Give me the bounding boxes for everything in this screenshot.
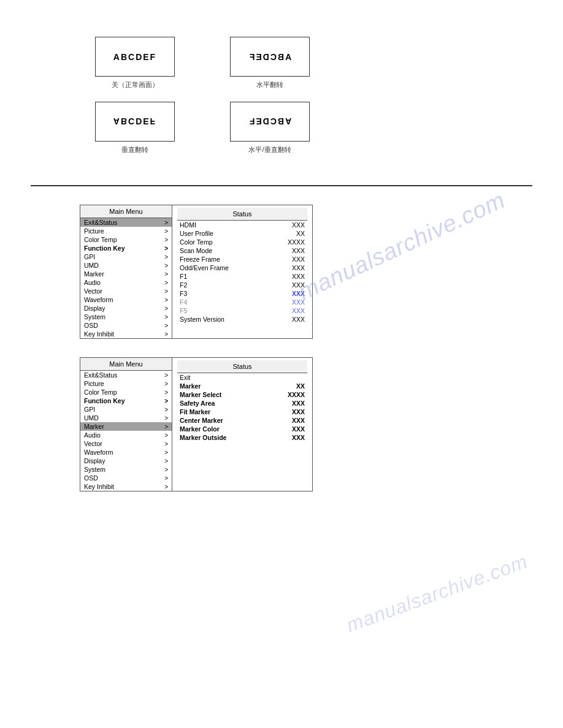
menu-item-audio-1[interactable]: Audio > bbox=[80, 278, 172, 287]
status-row-f4: F4 XXX bbox=[177, 298, 307, 306]
menu-item-label: System bbox=[84, 466, 105, 473]
status-panel-2: Status Exit Marker XX Marker Select XXXX… bbox=[172, 358, 312, 491]
arrow-icon: > bbox=[164, 314, 168, 320]
arrow-icon: > bbox=[164, 475, 168, 482]
menu-item-vector-2[interactable]: Vector > bbox=[80, 439, 172, 448]
status-header-2: Status bbox=[177, 360, 307, 373]
flip-box-mirror-hv: ABCDEF bbox=[230, 102, 310, 142]
arrow-icon: > bbox=[164, 237, 168, 243]
menu-item-label: Marker bbox=[84, 270, 104, 278]
menu-item-exit-status-1[interactable]: Exit&Status > bbox=[80, 218, 172, 227]
status-row-centermarker: Center Marker XXX bbox=[177, 416, 307, 425]
arrow-icon: > bbox=[164, 271, 168, 278]
main-menu-2: Main Menu Exit&Status > Picture > Color … bbox=[80, 358, 172, 491]
arrow-icon: > bbox=[164, 219, 168, 226]
arrow-icon: > bbox=[164, 262, 168, 269]
menu-item-label: System bbox=[84, 313, 105, 320]
menu-item-label: Display bbox=[84, 457, 105, 464]
menu-item-waveform-1[interactable]: Waveform > bbox=[80, 295, 172, 304]
status-row-f3: F3 XXX bbox=[177, 289, 307, 298]
menu-item-label: Audio bbox=[84, 431, 101, 439]
menu-item-label: UMD bbox=[84, 262, 99, 269]
menu-item-exit-status-2[interactable]: Exit&Status > bbox=[80, 371, 172, 379]
flip-box-mirror-h: ABCDEF bbox=[230, 37, 310, 77]
menu-item-label: Waveform bbox=[84, 296, 113, 303]
arrow-icon: > bbox=[164, 322, 168, 329]
flip-box-mirror-v: ABCDEF bbox=[95, 102, 175, 142]
status-row-markerselect: Marker Select XXXX bbox=[177, 390, 307, 399]
flip-section: ABCDEF 关（正常画面） ABCDEF 水平翻转 ABCDEF 垂直翻转 A… bbox=[0, 0, 563, 173]
menu-item-audio-2[interactable]: Audio > bbox=[80, 431, 172, 439]
menu-item-colortemp-2[interactable]: Color Temp > bbox=[80, 388, 172, 396]
menu-item-label: Key Inhibit bbox=[84, 483, 114, 490]
menu-item-system-2[interactable]: System > bbox=[80, 465, 172, 474]
status-row-oddevenframe: Odd/Even Frame XXX bbox=[177, 264, 307, 272]
flip-label-mirror-hv: 水平/垂直翻转 bbox=[248, 145, 291, 154]
arrow-icon: > bbox=[164, 466, 168, 473]
menu-item-functionkey-1[interactable]: Function Key > bbox=[80, 244, 172, 252]
menu-item-osd-2[interactable]: OSD > bbox=[80, 474, 172, 482]
arrow-icon: > bbox=[164, 441, 168, 447]
menu-item-label: UMD bbox=[84, 414, 99, 422]
menu-item-waveform-2[interactable]: Waveform > bbox=[80, 448, 172, 457]
arrow-icon: > bbox=[164, 279, 168, 286]
menu-item-label: Waveform bbox=[84, 449, 113, 456]
menu-item-functionkey-2[interactable]: Function Key > bbox=[80, 396, 172, 405]
status-row-fitmarker: Fit Marker XXX bbox=[177, 408, 307, 416]
menu-item-display-2[interactable]: Display > bbox=[80, 457, 172, 465]
flip-item-mirror-hv: ABCDEF 水平/垂直翻转 bbox=[215, 102, 325, 154]
status-row-hdmi: HDMI XXX bbox=[177, 221, 307, 229]
arrow-icon: > bbox=[164, 398, 168, 404]
menu-item-picture-1[interactable]: Picture > bbox=[80, 227, 172, 235]
menu-item-keyinhibit-1[interactable]: Key Inhibit > bbox=[80, 330, 172, 338]
flip-label-mirror-v: 垂直翻转 bbox=[121, 145, 148, 154]
menu-item-umd-1[interactable]: UMD > bbox=[80, 261, 172, 270]
main-menu-header-2: Main Menu bbox=[80, 358, 172, 371]
menu-container-1: Main Menu Exit&Status > Picture > Color … bbox=[80, 205, 313, 339]
menu-item-gpi-1[interactable]: GPI > bbox=[80, 252, 172, 261]
arrow-icon: > bbox=[164, 288, 168, 295]
menu-item-label: Exit&Status bbox=[84, 371, 117, 379]
menu-item-label: Picture bbox=[84, 227, 104, 235]
menu-container-2: Main Menu Exit&Status > Picture > Color … bbox=[80, 357, 313, 491]
status-row-scanmode: Scan Mode XXX bbox=[177, 246, 307, 255]
arrow-icon: > bbox=[164, 423, 168, 430]
menu-item-label: OSD bbox=[84, 322, 98, 329]
status-row-colortemp: Color Temp XXXX bbox=[177, 238, 307, 246]
arrow-icon: > bbox=[164, 297, 168, 303]
flip-box-normal: ABCDEF bbox=[95, 37, 175, 77]
status-row-userprofile: User Profile XX bbox=[177, 229, 307, 238]
menu-item-umd-2[interactable]: UMD > bbox=[80, 414, 172, 422]
arrow-icon: > bbox=[164, 254, 168, 260]
menu-item-osd-1[interactable]: OSD > bbox=[80, 321, 172, 330]
menu-item-colortemp-1[interactable]: Color Temp > bbox=[80, 235, 172, 244]
arrow-icon: > bbox=[164, 245, 168, 252]
arrow-icon: > bbox=[164, 331, 168, 338]
status-row-safetyarea: Safety Area XXX bbox=[177, 399, 307, 408]
menu-item-label: Display bbox=[84, 305, 105, 312]
flip-item-mirror-v: ABCDEF 垂直翻转 bbox=[80, 102, 190, 154]
arrow-icon: > bbox=[164, 483, 168, 490]
menu-item-label: Color Temp bbox=[84, 389, 117, 396]
status-panel-1: Status HDMI XXX User Profile XX Color Te… bbox=[172, 205, 312, 338]
arrow-icon: > bbox=[164, 415, 168, 422]
arrow-icon: > bbox=[164, 432, 168, 439]
main-menu-header-1: Main Menu bbox=[80, 205, 172, 218]
menu-item-vector-1[interactable]: Vector > bbox=[80, 287, 172, 295]
status-row-markeroutside: Marker Outside XXX bbox=[177, 433, 307, 442]
menu-item-label: Function Key bbox=[84, 245, 125, 252]
flip-grid: ABCDEF 关（正常画面） ABCDEF 水平翻转 ABCDEF 垂直翻转 A… bbox=[80, 37, 325, 154]
arrow-icon: > bbox=[164, 406, 168, 413]
menu-item-display-1[interactable]: Display > bbox=[80, 304, 172, 313]
menu-item-marker-1[interactable]: Marker > bbox=[80, 270, 172, 278]
menu-item-marker-2[interactable]: Marker > bbox=[80, 422, 172, 431]
menu-item-label: Function Key bbox=[84, 397, 125, 404]
menu-item-keyinhibit-2[interactable]: Key Inhibit > bbox=[80, 482, 172, 491]
menu-item-system-1[interactable]: System > bbox=[80, 313, 172, 321]
menu-item-picture-2[interactable]: Picture > bbox=[80, 379, 172, 388]
menu-item-gpi-2[interactable]: GPI > bbox=[80, 405, 172, 414]
watermark-2: manualsarchive.com bbox=[343, 550, 530, 637]
main-menu-1: Main Menu Exit&Status > Picture > Color … bbox=[80, 205, 172, 338]
menu-item-label: Audio bbox=[84, 279, 101, 286]
arrow-icon: > bbox=[164, 372, 168, 379]
